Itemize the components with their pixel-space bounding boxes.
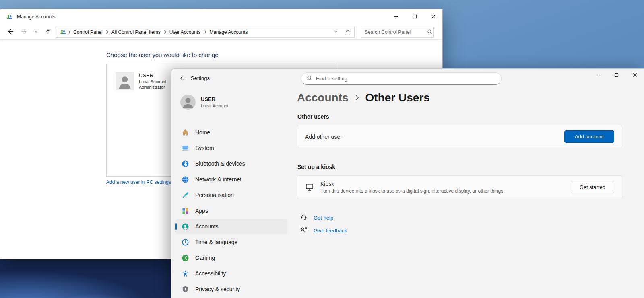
add-new-user-link[interactable]: Add a new user in PC settings xyxy=(106,179,171,185)
sidebar-item-time-language[interactable]: Time & language xyxy=(175,235,287,249)
user-role: Administrator xyxy=(139,85,167,90)
privacy-security-icon xyxy=(181,285,189,293)
sidebar-item-label: Gaming xyxy=(195,255,215,261)
chevron-right-icon xyxy=(67,30,70,34)
sidebar-item-system[interactable]: System xyxy=(175,141,287,155)
close-icon xyxy=(431,14,436,20)
home-icon xyxy=(181,128,189,136)
network-icon xyxy=(181,175,189,183)
profile-avatar xyxy=(180,95,196,110)
get-help-row: Get help xyxy=(300,214,347,222)
back-icon xyxy=(180,75,186,82)
minimize-icon xyxy=(394,14,398,20)
up-button[interactable] xyxy=(43,27,53,37)
up-icon xyxy=(45,29,51,36)
user-tile[interactable]: USER Local Account Administrator xyxy=(116,72,167,90)
sidebar-item-network-internet[interactable]: Network & internet xyxy=(175,172,287,187)
breadcrumb-item[interactable]: All Control Panel Items xyxy=(109,29,163,35)
settings-sidebar: Home System Bluetooth & devices Network … xyxy=(175,125,287,298)
section-heading-other-users: Other users xyxy=(297,113,329,120)
recent-pages-button[interactable] xyxy=(32,27,40,37)
user-name: USER xyxy=(139,72,167,78)
profile-name: USER xyxy=(201,96,229,102)
back-button[interactable] xyxy=(5,27,16,37)
sidebar-item-home[interactable]: Home xyxy=(175,125,287,140)
help-links: Get help Give feedback xyxy=(300,214,347,239)
kiosk-title: Kiosk xyxy=(320,181,503,187)
sidebar-item-accessibility[interactable]: Accessibility xyxy=(175,266,287,281)
sidebar-item-label: Network & internet xyxy=(195,176,242,183)
page-heading: Choose the user you would like to change xyxy=(106,51,219,58)
kiosk-icon xyxy=(305,183,314,192)
kiosk-description: Turn this device into a kiosk to use as … xyxy=(320,188,503,194)
breadcrumb-parent[interactable]: Accounts xyxy=(297,91,349,104)
refresh-button[interactable] xyxy=(344,27,352,37)
sidebar-item-label: Accounts xyxy=(195,223,219,230)
get-help-icon xyxy=(300,214,308,222)
sidebar-item-apps[interactable]: Apps xyxy=(175,203,287,218)
forward-icon xyxy=(21,29,27,36)
settings-main: Accounts Other Users Other users Add oth… xyxy=(297,69,644,298)
refresh-icon xyxy=(346,29,350,35)
breadcrumb-item[interactable]: Control Panel xyxy=(70,29,105,35)
sidebar-item-label: Time & language xyxy=(195,239,237,245)
sidebar-item-label: Accessibility xyxy=(195,270,226,277)
breadcrumb-item[interactable]: User Accounts xyxy=(167,29,203,35)
search-input[interactable] xyxy=(365,29,427,35)
chevron-right-icon xyxy=(163,30,167,34)
control-panel-searchbox xyxy=(361,27,434,38)
user-account-type: Local Account xyxy=(139,79,167,84)
profile-subtitle: Local Account xyxy=(201,103,229,108)
window-controls xyxy=(387,9,442,25)
sidebar-item-gaming[interactable]: Gaming xyxy=(175,251,287,265)
accounts-icon xyxy=(181,222,189,230)
back-button[interactable] xyxy=(175,73,189,84)
apps-icon xyxy=(181,207,189,215)
give-feedback-row: Give feedback xyxy=(300,226,347,235)
desktop-wallpaper xyxy=(0,257,173,298)
sidebar-item-label: System xyxy=(195,145,214,151)
sidebar-item-accounts[interactable]: Accounts xyxy=(175,219,287,234)
sidebar-item-label: Apps xyxy=(195,208,208,214)
sidebar-item-label: Personalisation xyxy=(195,192,234,198)
chevron-right-icon xyxy=(105,30,109,34)
maximize-button[interactable] xyxy=(405,9,424,25)
forward-button[interactable] xyxy=(19,27,29,37)
add-other-user-card: Add other user Add account xyxy=(297,125,622,148)
give-feedback-link[interactable]: Give feedback xyxy=(314,228,347,234)
back-icon xyxy=(8,29,14,36)
sidebar-item-privacy-security[interactable]: Privacy & security xyxy=(175,282,287,296)
close-button[interactable] xyxy=(424,9,442,25)
add-other-user-label: Add other user xyxy=(305,134,342,140)
maximize-icon xyxy=(413,14,417,20)
add-account-button[interactable]: Add account xyxy=(564,130,614,143)
sidebar-item-personalisation[interactable]: Personalisation xyxy=(175,188,287,202)
give-feedback-icon xyxy=(300,226,308,235)
sidebar-item-label: Home xyxy=(195,129,210,136)
chevron-down-icon xyxy=(34,29,38,35)
user-avatar xyxy=(116,72,134,90)
address-dropdown-button[interactable] xyxy=(332,27,340,37)
user-accounts-icon xyxy=(6,14,12,20)
window-title: Settings xyxy=(191,75,210,81)
accessibility-icon xyxy=(181,269,189,277)
address-bar[interactable]: Control Panel All Control Panel Items Us… xyxy=(56,27,355,38)
gaming-icon xyxy=(181,254,189,262)
control-panel-titlebar: Manage Accounts xyxy=(0,9,442,25)
search-icon xyxy=(427,29,432,36)
breadcrumb-item[interactable]: Manage Accounts xyxy=(206,29,250,35)
chevron-right-icon xyxy=(355,91,359,104)
window-title: Manage Accounts xyxy=(17,14,55,20)
sidebar-item-label: Privacy & security xyxy=(195,286,240,292)
bluetooth-icon xyxy=(181,160,189,168)
system-icon xyxy=(181,144,189,152)
personalisation-icon xyxy=(181,191,189,199)
get-started-button[interactable]: Get started xyxy=(571,181,614,193)
sidebar-item-bluetooth-devices[interactable]: Bluetooth & devices xyxy=(175,156,287,171)
time-language-icon xyxy=(181,238,189,246)
page-title: Accounts Other Users xyxy=(297,91,430,104)
settings-window: Settings USER Local Account Home S xyxy=(171,68,644,298)
get-help-link[interactable]: Get help xyxy=(314,215,333,221)
minimize-button[interactable] xyxy=(387,9,405,25)
profile-card[interactable]: USER Local Account xyxy=(180,95,229,110)
